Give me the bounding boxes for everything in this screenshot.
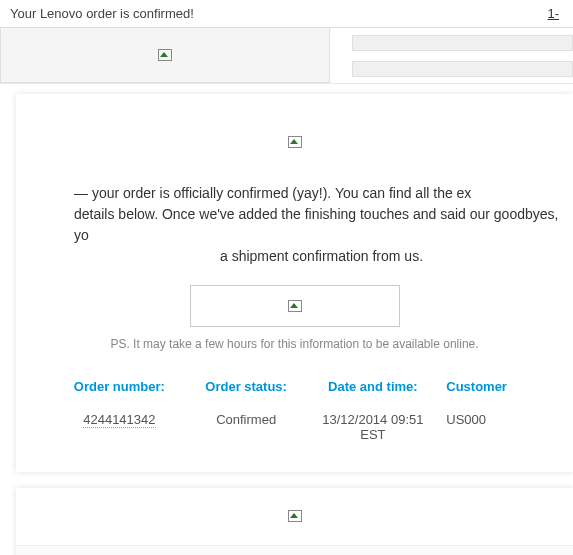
item-hero-slot	[16, 508, 573, 545]
confirmation-card: — your order is officially confirmed (ya…	[16, 94, 573, 472]
page-title: Your Lenovo order is confirmed!	[10, 6, 547, 21]
date-time-label: Date and time:	[310, 379, 437, 394]
nav-bar-1	[352, 35, 573, 51]
customer-value: US000	[446, 412, 573, 427]
confirmation-text-line2: details below. Once we've added the fini…	[74, 204, 569, 246]
date-time-value: 13/12/2014 09:51 EST	[310, 412, 437, 442]
cta-image-box	[190, 285, 400, 327]
logo-panel	[0, 28, 330, 83]
header-right-fragment: 1-	[547, 6, 563, 21]
ps-note: PS. It may take a few hours for this inf…	[16, 337, 573, 351]
order-status-value: Confirmed	[183, 412, 310, 427]
confirmation-text-line1: — your order is officially confirmed (ya…	[74, 183, 569, 204]
order-status-label: Order status:	[183, 379, 310, 394]
order-number-label: Order number:	[56, 379, 183, 394]
confirmation-text-line3: a shipment confirmation from us.	[74, 246, 569, 267]
order-info-row: Order number: 4244141342 Order status: C…	[16, 379, 573, 442]
order-number-value: 4244141342	[83, 412, 155, 428]
nav-bar-2	[352, 61, 573, 77]
item-card: Item: Qty: Lenovo Y50 Laptop - 59421845 …	[16, 488, 573, 555]
broken-image-icon	[287, 134, 303, 150]
broken-image-icon	[287, 298, 303, 314]
customer-label: Customer	[446, 379, 573, 394]
broken-image-icon	[287, 508, 303, 524]
hero-image-slot	[16, 114, 573, 183]
broken-image-icon	[157, 47, 173, 63]
top-bars	[330, 28, 573, 83]
